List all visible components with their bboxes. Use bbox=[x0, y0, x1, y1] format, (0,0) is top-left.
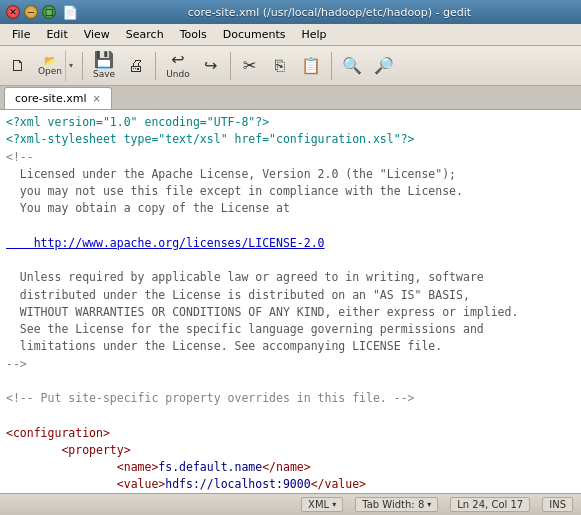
line-19: <configuration> bbox=[6, 426, 110, 440]
line-21: <name>fs.default.name</name> bbox=[6, 460, 311, 474]
tab-close-button[interactable]: × bbox=[92, 93, 100, 104]
close-button[interactable]: ✕ bbox=[6, 5, 20, 19]
menu-search[interactable]: Search bbox=[118, 26, 172, 43]
window-controls: ✕ − □ bbox=[6, 5, 56, 19]
line-13: See the License for the specific languag… bbox=[6, 322, 484, 336]
editor-area[interactable]: <?xml version="1.0" encoding="UTF-8"?> <… bbox=[0, 110, 581, 493]
undo-icon: ↩ bbox=[171, 52, 184, 68]
undo-button[interactable]: ↩ Undo bbox=[161, 49, 195, 83]
print-button[interactable]: 🖨 bbox=[122, 49, 150, 83]
paste-button[interactable]: 📋 bbox=[296, 49, 326, 83]
save-label: Save bbox=[93, 69, 115, 79]
line-1: <?xml version="1.0" encoding="UTF-8"?> bbox=[6, 115, 269, 129]
menu-tools[interactable]: Tools bbox=[172, 26, 215, 43]
find-icon: 🔍 bbox=[342, 58, 362, 74]
undo-label: Undo bbox=[166, 69, 190, 79]
line-5: you may not use this file except in comp… bbox=[6, 184, 463, 198]
tab-width-label: Tab Width: 8 bbox=[362, 499, 424, 510]
format-selector[interactable]: XML ▾ bbox=[301, 497, 343, 512]
insert-mode[interactable]: INS bbox=[542, 497, 573, 512]
tab-width-arrow: ▾ bbox=[427, 500, 431, 509]
redo-icon: ↪ bbox=[204, 58, 217, 74]
format-label: XML bbox=[308, 499, 329, 510]
position-label: Ln 24, Col 17 bbox=[457, 499, 523, 510]
tab-label: core-site.xml bbox=[15, 92, 86, 105]
print-icon: 🖨 bbox=[128, 58, 144, 74]
menu-documents[interactable]: Documents bbox=[215, 26, 294, 43]
menu-help[interactable]: Help bbox=[293, 26, 334, 43]
line-6: You may obtain a copy of the License at bbox=[6, 201, 290, 215]
tab-width-selector[interactable]: Tab Width: 8 ▾ bbox=[355, 497, 438, 512]
line-2: <?xml-stylesheet type="text/xsl" href="c… bbox=[6, 132, 415, 146]
line-14: limitations under the License. See accom… bbox=[6, 339, 442, 353]
save-button[interactable]: 💾 Save bbox=[88, 49, 120, 83]
title-bar: ✕ − □ 📄 core-site.xml (/usr/local/hadoop… bbox=[0, 0, 581, 24]
window-title: core-site.xml (/usr/local/hadoop/etc/had… bbox=[84, 6, 575, 19]
menu-bar: File Edit View Search Tools Documents He… bbox=[0, 24, 581, 46]
separator-4 bbox=[331, 52, 332, 80]
line-11: distributed under the License is distrib… bbox=[6, 288, 470, 302]
insert-mode-label: INS bbox=[549, 499, 566, 510]
line-8: http://www.apache.org/licenses/LICENSE-2… bbox=[6, 236, 325, 250]
copy-icon: ⎘ bbox=[275, 58, 285, 74]
line-20: <property> bbox=[6, 443, 131, 457]
minimize-button[interactable]: − bbox=[24, 5, 38, 19]
maximize-button[interactable]: □ bbox=[42, 5, 56, 19]
line-17: <!-- Put site-specific property override… bbox=[6, 391, 415, 405]
status-bar: XML ▾ Tab Width: 8 ▾ Ln 24, Col 17 INS bbox=[0, 493, 581, 515]
cut-icon: ✂ bbox=[243, 58, 256, 74]
line-3: <!-- bbox=[6, 150, 34, 164]
app-window: ✕ − □ 📄 core-site.xml (/usr/local/hadoop… bbox=[0, 0, 581, 515]
line-22: <value>hdfs://localhost:9000</value> bbox=[6, 477, 366, 491]
open-button[interactable]: 📂 Open ▾ bbox=[34, 49, 77, 83]
tab-core-site[interactable]: core-site.xml × bbox=[4, 87, 112, 109]
new-icon: 🗋 bbox=[10, 58, 26, 74]
format-arrow: ▾ bbox=[332, 500, 336, 509]
open-label: Open bbox=[38, 66, 62, 76]
open-arrow[interactable]: ▾ bbox=[65, 50, 76, 82]
line-10: Unless required by applicable law or agr… bbox=[6, 270, 484, 284]
redo-button[interactable]: ↪ bbox=[197, 49, 225, 83]
separator-1 bbox=[82, 52, 83, 80]
open-icon: 📂 bbox=[44, 55, 56, 66]
tab-bar: core-site.xml × bbox=[0, 86, 581, 110]
separator-2 bbox=[155, 52, 156, 80]
window-icon: 📄 bbox=[62, 5, 78, 20]
menu-edit[interactable]: Edit bbox=[38, 26, 75, 43]
save-icon: 💾 bbox=[94, 52, 114, 68]
find-button[interactable]: 🔍 bbox=[337, 49, 367, 83]
menu-file[interactable]: File bbox=[4, 26, 38, 43]
cut-button[interactable]: ✂ bbox=[236, 49, 264, 83]
position-indicator[interactable]: Ln 24, Col 17 bbox=[450, 497, 530, 512]
paste-icon: 📋 bbox=[301, 58, 321, 74]
replace-button[interactable]: 🔎 bbox=[369, 49, 399, 83]
open-main: 📂 Open bbox=[35, 53, 65, 78]
menu-view[interactable]: View bbox=[76, 26, 118, 43]
line-12: WITHOUT WARRANTIES OR CONDITIONS OF ANY … bbox=[6, 305, 518, 319]
line-15: --> bbox=[6, 357, 27, 371]
toolbar: 🗋 📂 Open ▾ 💾 Save 🖨 ↩ Undo ↪ bbox=[0, 46, 581, 86]
separator-3 bbox=[230, 52, 231, 80]
copy-button[interactable]: ⎘ bbox=[266, 49, 294, 83]
new-button[interactable]: 🗋 bbox=[4, 49, 32, 83]
replace-icon: 🔎 bbox=[374, 58, 394, 74]
line-4: Licensed under the Apache License, Versi… bbox=[6, 167, 456, 181]
